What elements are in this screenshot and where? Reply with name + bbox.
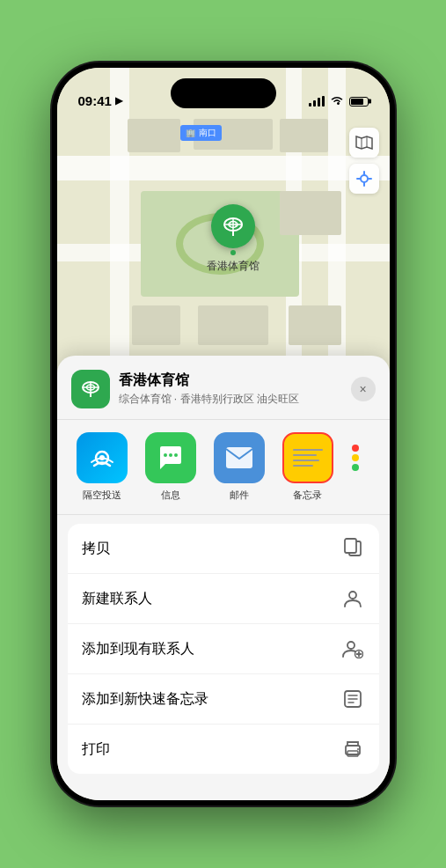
airdrop-icon [77,432,128,483]
airdrop-label: 隔空投送 [83,489,121,502]
copy-icon [343,538,362,559]
mail-icon [214,432,265,483]
battery-icon [349,97,369,107]
share-item-message[interactable]: 信息 [136,432,205,502]
notes-icon [282,432,333,483]
building-1 [128,119,180,152]
action-item-copy[interactable]: 拷贝 [68,524,379,574]
status-icons [309,94,369,108]
pin-circle [211,204,255,248]
person-icon [343,589,362,608]
close-button[interactable]: × [351,377,376,401]
building-4 [280,191,341,235]
dot-yellow [352,454,359,461]
print-icon-wrap [340,737,365,761]
person-icon-wrap [340,586,365,611]
bottom-sheet: 香港体育馆 综合体育馆 · 香港特别行政区 油尖旺区 × [57,356,390,800]
action-item-print[interactable]: 打印 [68,725,379,774]
notes-lines [293,449,323,467]
action-label-quick-note: 添加到新快速备忘录 [82,690,208,709]
svg-point-34 [357,748,359,750]
wifi-icon [330,94,344,108]
phone-screen: 09:41 ▶ [57,68,390,800]
venue-stadium-icon [80,379,101,400]
svg-point-23 [349,592,356,599]
action-item-new-contact[interactable]: 新建联系人 [68,574,379,624]
dot-red [352,445,359,452]
time-label: 09:41 [78,93,112,108]
more-dots [352,445,359,471]
action-list: 拷贝 新建联系人 [68,524,379,774]
svg-point-19 [174,453,178,457]
notes-line-1 [293,449,323,451]
share-item-mail[interactable]: 邮件 [205,432,274,502]
action-label-print: 打印 [82,740,110,759]
location-icon: ▶ [115,95,122,107]
signal-bar-2 [313,100,316,107]
phone-frame: 09:41 ▶ [52,63,395,805]
venue-icon [71,370,110,408]
building-3 [280,119,328,152]
action-item-add-contact[interactable]: 添加到现有联系人 [68,624,379,674]
signal-bar-1 [309,103,311,107]
notes-line-3 [293,460,320,461]
message-icon [145,432,196,483]
svg-rect-22 [345,539,356,553]
signal-bar-4 [322,96,325,107]
print-icon [342,739,363,759]
notes-label: 备忘录 [293,489,322,502]
message-label: 信息 [161,489,180,502]
dot-green [352,464,359,471]
svg-point-17 [164,453,167,457]
map-pin[interactable]: 香港体育馆 [207,204,260,274]
action-item-quick-note[interactable]: 添加到新快速备忘录 [68,674,379,725]
venue-name: 香港体育馆 [119,371,351,390]
svg-point-0 [361,175,368,182]
action-label-add-contact: 添加到现有联系人 [82,640,194,658]
note-icon [343,689,362,709]
person-add-icon-wrap [340,636,365,661]
share-item-more[interactable] [342,432,369,502]
pin-dot [230,250,236,255]
dynamic-island [171,78,276,108]
building-5 [132,305,180,345]
pin-label: 香港体育馆 [207,259,260,274]
notes-line-2 [293,454,317,456]
action-label-copy: 拷贝 [82,540,110,558]
action-label-new-contact: 新建联系人 [82,590,152,608]
copy-icon-wrap [340,536,365,561]
share-item-airdrop[interactable]: 隔空投送 [68,432,136,502]
map-label: 🏢 南口 [180,125,223,141]
map-type-button[interactable] [349,128,379,158]
notes-line-4 [293,465,314,467]
signal-bar-3 [318,98,320,107]
venue-subtitle: 综合体育馆 · 香港特别行政区 油尖旺区 [119,392,351,407]
note-icon-wrap [340,687,365,711]
stadium-icon [222,215,245,238]
map-controls [349,128,379,194]
location-button[interactable] [349,164,379,194]
status-time: 09:41 ▶ [78,93,122,108]
person-add-icon [342,639,363,658]
sheet-header: 香港体育馆 综合体育馆 · 香港特别行政区 油尖旺区 × [57,356,390,420]
share-row: 隔空投送 信息 [57,420,390,515]
svg-point-18 [169,453,172,457]
building-7 [289,305,341,345]
svg-rect-33 [347,751,358,756]
share-item-notes[interactable]: 备忘录 [274,432,342,502]
signal-bars [309,96,325,107]
mail-label: 邮件 [230,489,249,502]
svg-point-24 [347,642,355,649]
building-6 [198,305,268,345]
venue-info: 香港体育馆 综合体育馆 · 香港特别行政区 油尖旺区 [119,371,351,407]
